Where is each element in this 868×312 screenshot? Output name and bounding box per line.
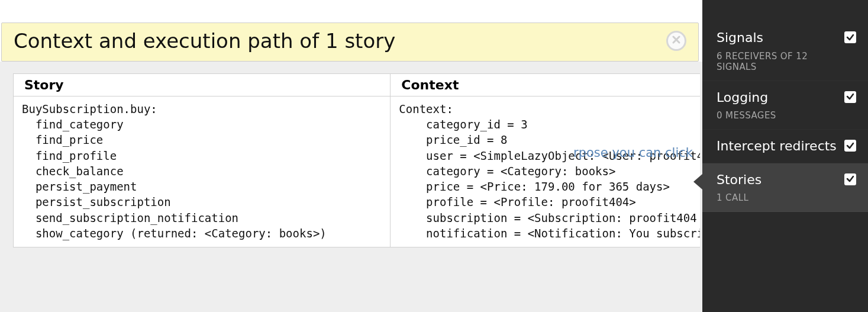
story-cell: BuySubscription.buy: find_category find_… [14, 97, 391, 247]
table-row: BuySubscription.buy: find_category find_… [14, 97, 701, 247]
horizontal-scroll[interactable]: Story Context BuySubscription.buy: find_… [13, 73, 700, 247]
active-arrow-icon [693, 174, 702, 189]
column-header-story: Story [14, 74, 391, 97]
page-root: rpose you can click Context and executio… [0, 0, 868, 312]
context-code: Context: category_id = 3 price_id = 8 us… [399, 101, 700, 241]
sidebar-item-signals[interactable]: Signals 6 receivers of 12signals [702, 21, 868, 81]
checkbox-signals[interactable] [844, 31, 856, 43]
column-header-context: Context [391, 74, 700, 97]
check-icon [846, 140, 854, 152]
sidebar-item-label: Stories [717, 172, 840, 188]
story-code: BuySubscription.buy: find_category find_… [22, 101, 382, 241]
sidebar-item-stories[interactable]: Stories 1 call [702, 163, 868, 213]
sidebar-item-label: Intercept redirects [717, 138, 840, 155]
check-icon [846, 91, 854, 103]
sidebar-item-intercept-redirects[interactable]: Intercept redirects [702, 130, 868, 163]
panel-title: Context and execution path of 1 story [14, 29, 666, 53]
check-icon [846, 173, 854, 185]
checkbox-stories[interactable] [844, 173, 856, 185]
sidebar-item-label: Signals [717, 30, 840, 46]
sidebar-item-label: Logging [717, 89, 840, 106]
main-panel: rpose you can click Context and executio… [0, 0, 702, 312]
context-cell: Context: category_id = 3 price_id = 8 us… [391, 97, 700, 247]
sidebar-item-subtext: 1 call [717, 192, 856, 203]
close-icon [672, 35, 681, 47]
check-icon [846, 31, 854, 44]
debug-sidebar: Signals 6 receivers of 12signals Logging… [702, 0, 868, 312]
checkbox-intercept[interactable] [844, 140, 856, 152]
sidebar-item-logging[interactable]: Logging 0 messages [702, 81, 868, 130]
story-context-table: Story Context BuySubscription.buy: find_… [13, 73, 700, 247]
sidebar-item-subtext: 0 messages [717, 110, 856, 121]
sidebar-item-subtext: 6 receivers of 12signals [717, 51, 856, 72]
close-button[interactable] [666, 31, 686, 51]
content-area: Story Context BuySubscription.buy: find_… [0, 62, 702, 312]
checkbox-logging[interactable] [844, 91, 856, 103]
panel-header: Context and execution path of 1 story [1, 22, 699, 62]
